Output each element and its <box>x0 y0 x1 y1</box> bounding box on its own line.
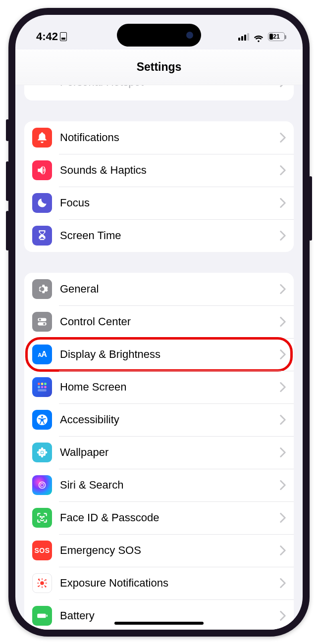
toggles-icon <box>32 312 52 332</box>
chevron-right-icon <box>280 133 286 143</box>
row-label: Face ID & Passcode <box>60 511 280 524</box>
svg-point-12 <box>41 416 43 418</box>
battery-percent: 21 <box>273 33 279 40</box>
svg-point-37 <box>38 586 39 587</box>
svg-point-16 <box>37 451 41 453</box>
row-label: Sounds & Haptics <box>60 164 280 177</box>
svg-point-26 <box>40 581 44 585</box>
row-label: Wallpaper <box>60 446 280 459</box>
side-button-power <box>309 176 312 241</box>
settings-content[interactable]: Personal Hotspot Notifications <box>15 85 303 630</box>
svg-point-19 <box>43 448 46 451</box>
svg-rect-7 <box>38 386 40 388</box>
row-personal-hotspot[interactable]: Personal Hotspot <box>24 85 294 100</box>
chevron-right-icon <box>280 480 286 490</box>
row-wallpaper[interactable]: Wallpaper <box>24 436 294 469</box>
accessibility-icon <box>32 410 52 430</box>
row-label: Personal Hotspot <box>60 85 280 89</box>
chevron-right-icon <box>280 317 286 327</box>
row-battery[interactable]: Battery <box>24 599 294 630</box>
settings-group-general: General Control Center AA Display & Brig… <box>24 273 294 630</box>
chevron-right-icon <box>280 284 286 294</box>
chevron-right-icon <box>280 231 286 241</box>
svg-point-18 <box>39 448 41 451</box>
svg-rect-5 <box>41 383 43 385</box>
row-face-id-passcode[interactable]: Face ID & Passcode <box>24 501 294 534</box>
siri-icon <box>32 475 52 495</box>
svg-point-25 <box>43 516 44 517</box>
svg-rect-4 <box>38 383 40 385</box>
speaker-icon <box>32 160 52 180</box>
chevron-right-icon <box>280 349 286 359</box>
svg-point-21 <box>43 453 46 455</box>
row-screen-time[interactable]: Screen Time <box>24 219 294 252</box>
row-label: General <box>60 283 280 296</box>
svg-rect-40 <box>47 614 48 616</box>
nav-bar: Settings <box>15 50 303 85</box>
row-label: Notifications <box>60 131 280 144</box>
sos-icon: SOS <box>32 541 52 560</box>
svg-point-15 <box>41 453 44 457</box>
page-title: Settings <box>137 60 182 74</box>
row-display-brightness[interactable]: AA Display & Brightness <box>24 338 294 371</box>
settings-group-connectivity: Personal Hotspot <box>24 85 294 100</box>
row-label: Battery <box>60 609 280 622</box>
svg-point-14 <box>41 447 44 451</box>
svg-rect-9 <box>44 386 46 388</box>
svg-rect-6 <box>44 383 46 385</box>
battery-icon <box>32 606 52 626</box>
chevron-right-icon <box>280 447 286 457</box>
battery-icon: 21 <box>268 32 285 41</box>
face-id-icon <box>32 508 52 528</box>
svg-rect-10 <box>38 389 46 391</box>
row-emergency-sos[interactable]: SOS Emergency SOS <box>24 534 294 567</box>
chevron-right-icon <box>280 611 286 621</box>
chevron-right-icon <box>280 198 286 208</box>
row-siri-search[interactable]: Siri & Search <box>24 469 294 501</box>
svg-rect-39 <box>37 613 46 618</box>
svg-point-20 <box>39 453 41 455</box>
chevron-right-icon <box>280 382 286 392</box>
phone-frame: 4:42 21 Settings <box>8 8 310 637</box>
row-label: Emergency SOS <box>60 544 280 557</box>
chevron-right-icon <box>280 415 286 425</box>
chevron-right-icon <box>280 513 286 523</box>
home-indicator[interactable] <box>114 622 204 625</box>
row-general[interactable]: General <box>24 273 294 305</box>
status-time: 4:42 <box>36 30 58 43</box>
svg-rect-8 <box>41 386 43 388</box>
side-button-volume-up <box>6 161 9 201</box>
row-label: Screen Time <box>60 229 280 242</box>
row-control-center[interactable]: Control Center <box>24 305 294 338</box>
bell-icon <box>32 128 52 148</box>
moon-icon <box>32 193 52 213</box>
app-grid-icon <box>32 377 52 397</box>
svg-point-22 <box>39 482 46 488</box>
row-focus[interactable]: Focus <box>24 187 294 219</box>
sim-icon <box>60 32 67 41</box>
status-left: 4:42 <box>36 30 67 43</box>
row-exposure-notifications[interactable]: Exposure Notifications <box>24 567 294 599</box>
row-label: Exposure Notifications <box>60 577 280 590</box>
svg-point-17 <box>44 451 48 453</box>
status-right: 21 <box>238 32 285 41</box>
svg-point-35 <box>38 578 40 580</box>
chevron-right-icon <box>280 578 286 588</box>
svg-point-1 <box>39 318 41 320</box>
flower-icon <box>32 443 52 462</box>
chevron-right-icon <box>280 85 286 87</box>
row-label: Accessibility <box>60 413 280 426</box>
svg-point-3 <box>43 323 45 325</box>
row-label: Control Center <box>60 315 280 328</box>
side-button-volume-down <box>6 211 9 250</box>
row-home-screen[interactable]: Home Screen <box>24 371 294 403</box>
chevron-right-icon <box>280 165 286 175</box>
row-sounds-haptics[interactable]: Sounds & Haptics <box>24 154 294 187</box>
gear-icon <box>32 279 52 299</box>
screen: 4:42 21 Settings <box>15 15 303 630</box>
svg-point-36 <box>45 579 47 581</box>
svg-point-24 <box>40 516 41 517</box>
row-label: Focus <box>60 197 280 209</box>
row-accessibility[interactable]: Accessibility <box>24 403 294 436</box>
row-notifications[interactable]: Notifications <box>24 121 294 154</box>
